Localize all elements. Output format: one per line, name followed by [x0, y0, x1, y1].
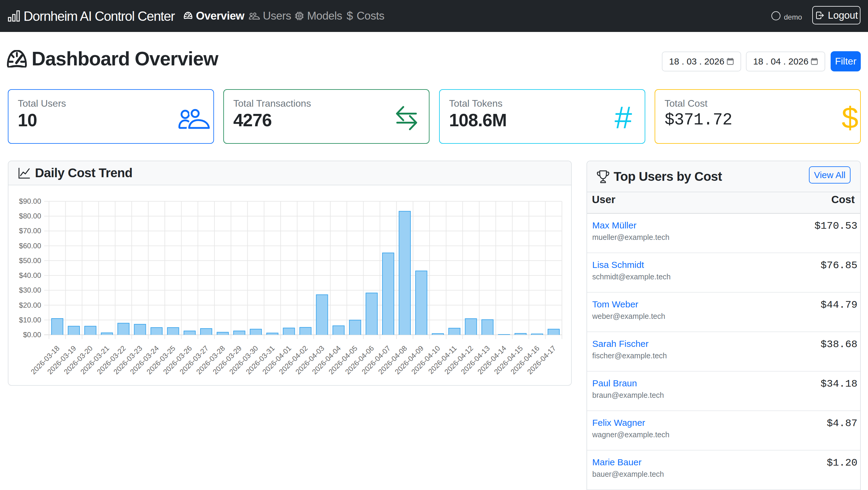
svg-text:$0.00: $0.00 [23, 331, 41, 339]
svg-text:$30.00: $30.00 [19, 286, 41, 294]
svg-text:$60.00: $60.00 [19, 242, 41, 250]
svg-text:$90.00: $90.00 [19, 197, 41, 205]
svg-text:$80.00: $80.00 [19, 212, 41, 220]
svg-text:$50.00: $50.00 [19, 256, 41, 265]
svg-text:$10.00: $10.00 [19, 316, 41, 324]
svg-text:$70.00: $70.00 [19, 226, 41, 235]
svg-text:$20.00: $20.00 [19, 301, 41, 309]
svg-text:$40.00: $40.00 [19, 271, 41, 279]
